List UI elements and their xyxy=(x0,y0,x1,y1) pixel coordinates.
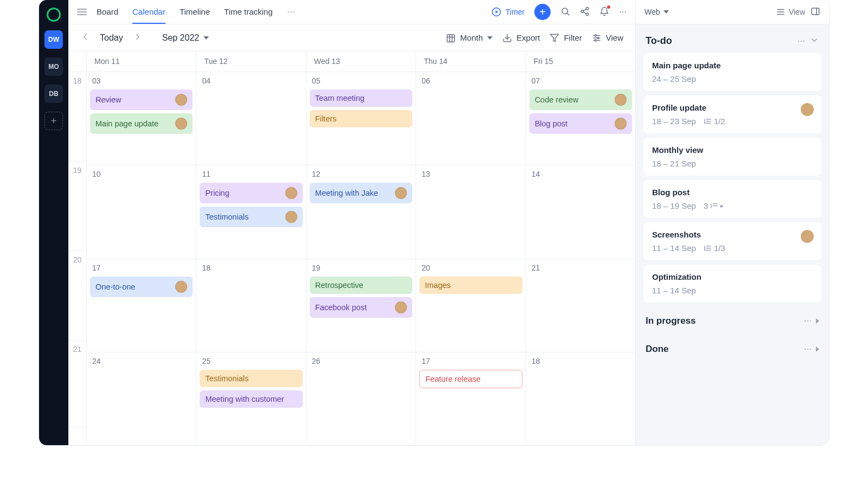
calendar-cell[interactable]: 25TestimonialsMeeting with customer xyxy=(196,352,306,445)
calendar-cell[interactable]: 06 xyxy=(416,72,526,165)
calendar-cell[interactable]: 19RetrospectiveFacebook post xyxy=(307,259,416,352)
svg-point-19 xyxy=(597,37,599,38)
section-header-done[interactable]: Done ⋯ xyxy=(643,335,821,363)
day-number: 18 xyxy=(529,357,632,365)
filter-button[interactable]: Filter xyxy=(550,33,582,43)
day-number: 19 xyxy=(310,264,412,272)
section-header-todo[interactable]: To-do ⋯ xyxy=(643,32,821,53)
tab-time-tracking[interactable]: Time tracking xyxy=(224,1,272,24)
task-card[interactable]: Team meeting xyxy=(310,89,412,107)
workspace-rail: DW MO DB + xyxy=(39,0,68,445)
todo-card-title: Screenshots xyxy=(652,230,813,239)
side-view-button[interactable]: View xyxy=(776,7,805,17)
more-icon[interactable]: ⋯ xyxy=(797,37,805,46)
menu-icon[interactable] xyxy=(77,9,87,15)
add-workspace-button[interactable]: + xyxy=(44,112,63,130)
view-button[interactable]: View xyxy=(592,33,623,43)
more-icon[interactable]: ⋯ xyxy=(804,317,812,325)
week-number: 18 xyxy=(68,72,86,162)
calendar-cell[interactable]: 24 xyxy=(87,352,196,445)
todo-card[interactable]: Optimization11 – 14 Sep xyxy=(643,265,821,303)
subtask-icon: 3 ▸ xyxy=(704,201,724,210)
calendar-cell[interactable]: 17One-to-one xyxy=(87,259,196,352)
more-icon[interactable]: ⋯ xyxy=(619,8,627,16)
calendar-cell[interactable]: 17Feature release xyxy=(416,352,526,445)
share-icon[interactable] xyxy=(580,7,590,18)
calendar-cell[interactable]: 05Team meetingFilters xyxy=(307,72,416,165)
task-card[interactable]: Facebook post xyxy=(310,297,412,318)
avatar xyxy=(285,211,297,223)
task-card[interactable]: Code review xyxy=(529,89,632,110)
task-card[interactable]: Retrospective xyxy=(310,277,412,294)
task-card[interactable]: Review xyxy=(90,89,193,110)
task-card[interactable]: Testimonials xyxy=(200,370,302,387)
calendar-cell[interactable]: 13 xyxy=(416,165,526,258)
period-select[interactable]: Sep 2022 xyxy=(162,33,209,43)
calendar-cell[interactable]: 12Meeting with Jake xyxy=(307,165,416,258)
tabs-more-icon[interactable]: ⋯ xyxy=(287,0,295,24)
today-button[interactable]: Today xyxy=(100,33,123,43)
add-button[interactable]: + xyxy=(534,4,551,20)
board-select[interactable]: Web xyxy=(644,8,669,16)
section-header-inprogress[interactable]: In progress ⋯ xyxy=(643,307,821,335)
calendar-toolbar: Today Sep 2022 Month Export Filter View xyxy=(68,24,635,52)
todo-card[interactable]: Screenshots11 – 14 Sep1/3 xyxy=(643,222,821,260)
todo-card-date: 11 – 14 Sep xyxy=(652,286,696,295)
day-number: 13 xyxy=(419,170,522,178)
calendar-cell[interactable]: 03ReviewMain page update xyxy=(87,72,196,165)
tab-calendar[interactable]: Calendar xyxy=(132,1,165,24)
svg-rect-24 xyxy=(812,8,819,15)
panel-toggle-icon[interactable] xyxy=(810,7,820,18)
task-card[interactable]: Meeting with Jake xyxy=(310,183,412,203)
calendar-cell[interactable]: 10 xyxy=(87,165,196,258)
calendar-cell[interactable]: 18 xyxy=(526,352,635,445)
task-card[interactable]: Feature release xyxy=(419,370,522,388)
calendar-cell[interactable]: 04 xyxy=(196,72,306,165)
task-card[interactable]: Blog post xyxy=(529,113,632,134)
next-icon[interactable] xyxy=(133,32,143,43)
todo-card[interactable]: Profile update18 – 23 Sep1/2 xyxy=(643,95,821,133)
task-card[interactable]: One-to-one xyxy=(90,277,193,297)
avatar xyxy=(615,118,627,130)
mode-select[interactable]: Month xyxy=(446,33,493,43)
more-icon[interactable]: ⋯ xyxy=(804,345,812,354)
calendar-cell[interactable]: 21 xyxy=(526,259,635,352)
calendar-cell[interactable]: 14 xyxy=(526,165,635,258)
search-icon[interactable] xyxy=(560,7,570,18)
calendar-cell[interactable]: 18 xyxy=(196,259,306,352)
calendar-cell[interactable]: 20Images xyxy=(416,259,526,352)
todo-card[interactable]: Main page update24 – 25 Sep xyxy=(643,53,821,91)
calendar-cell[interactable]: 11PricingTestimonials xyxy=(196,165,306,258)
workspace-item[interactable]: MO xyxy=(44,57,63,76)
export-button[interactable]: Export xyxy=(502,33,540,43)
calendar-cell[interactable]: 07Code reviewBlog post xyxy=(526,72,635,165)
todo-card-date: 18 – 21 Sep xyxy=(652,159,696,168)
avatar xyxy=(801,103,814,116)
task-card[interactable]: Main page update xyxy=(90,113,193,134)
svg-rect-9 xyxy=(448,35,455,42)
chevron-down-icon[interactable] xyxy=(809,35,819,47)
svg-marker-14 xyxy=(551,34,559,42)
bell-icon[interactable] xyxy=(599,7,609,18)
workspace-item[interactable]: DW xyxy=(44,30,63,49)
task-card[interactable]: Filters xyxy=(310,110,412,127)
prev-icon[interactable] xyxy=(80,32,90,43)
timer-button[interactable]: Timer xyxy=(492,7,525,17)
workspace-item[interactable]: DB xyxy=(44,85,63,103)
task-card[interactable]: Meeting with customer xyxy=(200,390,302,408)
todo-card-date: 24 – 25 Sep xyxy=(652,74,696,84)
day-number: 26 xyxy=(310,357,412,365)
task-title: Facebook post xyxy=(315,303,367,312)
tab-board[interactable]: Board xyxy=(97,1,118,24)
task-title: Retrospective xyxy=(315,281,363,290)
task-card[interactable]: Images xyxy=(419,277,522,294)
calendar-cell[interactable]: 26 xyxy=(307,352,416,445)
task-card[interactable]: Testimonials xyxy=(200,207,302,227)
todo-card[interactable]: Monthly view18 – 21 Sep xyxy=(643,138,821,176)
task-card[interactable]: Pricing xyxy=(200,183,302,203)
chevron-right-icon xyxy=(816,318,819,324)
tab-timeline[interactable]: Timeline xyxy=(180,1,210,24)
todo-card[interactable]: Blog post18 – 19 Sep3 ▸ xyxy=(643,180,821,218)
day-number: 07 xyxy=(529,76,632,85)
chevron-down-icon xyxy=(487,36,493,40)
